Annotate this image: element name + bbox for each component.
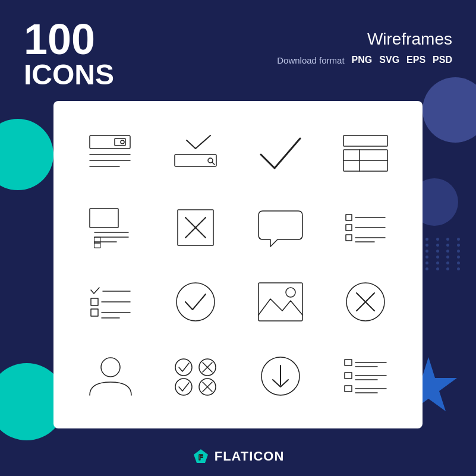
icon-cell-7 — [241, 193, 320, 261]
format-eps[interactable]: EPS — [406, 55, 425, 65]
flaticon-branding: F FLATICON — [192, 447, 285, 465]
svg-point-42 — [175, 359, 192, 376]
icon-cell-16 — [326, 342, 405, 411]
svg-rect-30 — [91, 298, 98, 305]
svg-text:F: F — [198, 453, 203, 462]
svg-rect-32 — [91, 309, 98, 316]
svg-rect-52 — [345, 360, 352, 365]
svg-rect-18 — [94, 243, 100, 248]
svg-rect-9 — [343, 135, 387, 146]
icon-cell-5 — [71, 193, 150, 261]
svg-point-41 — [101, 358, 120, 377]
svg-point-37 — [286, 288, 295, 297]
svg-rect-13 — [90, 209, 118, 228]
icon-cell-8 — [326, 193, 405, 261]
header: 100 ICONS Wireframes Download format PNG… — [24, 18, 452, 89]
svg-rect-6 — [175, 155, 216, 166]
icons-card — [53, 101, 423, 428]
icon-cell-14 — [156, 342, 235, 411]
icon-cell-15 — [241, 342, 320, 411]
svg-line-8 — [212, 162, 215, 165]
svg-point-46 — [175, 379, 192, 395]
icon-cell-13 — [71, 342, 150, 411]
flaticon-text: FLATICON — [215, 449, 285, 464]
format-psd[interactable]: PSD — [433, 55, 452, 65]
icon-cell-3 — [241, 119, 320, 187]
teal-circle-left — [0, 119, 53, 190]
svg-rect-26 — [346, 235, 352, 241]
svg-rect-36 — [259, 283, 302, 321]
download-label: Download format — [277, 55, 344, 65]
icon-cell-6 — [156, 193, 235, 261]
svg-rect-22 — [346, 215, 352, 220]
icon-cell-9 — [71, 268, 150, 336]
icon-cell-12 — [326, 268, 405, 336]
svg-rect-55 — [345, 373, 352, 379]
icon-cell-4 — [326, 119, 405, 187]
icon-cell-11 — [241, 268, 320, 336]
format-svg[interactable]: SVG — [379, 55, 399, 65]
flaticon-icon: F — [192, 447, 210, 465]
svg-rect-24 — [346, 225, 352, 231]
icon-cell-1 — [71, 119, 150, 187]
svg-point-35 — [176, 283, 215, 321]
svg-point-2 — [121, 140, 124, 144]
format-png[interactable]: PNG — [352, 55, 373, 65]
icon-cell-2 — [156, 119, 235, 187]
background: 100 ICONS Wireframes Download format PNG… — [0, 0, 476, 476]
svg-rect-58 — [345, 386, 352, 392]
icon-cell-10 — [156, 268, 235, 336]
footer: F FLATICON — [0, 447, 476, 465]
page-title: Wireframes — [277, 30, 452, 49]
